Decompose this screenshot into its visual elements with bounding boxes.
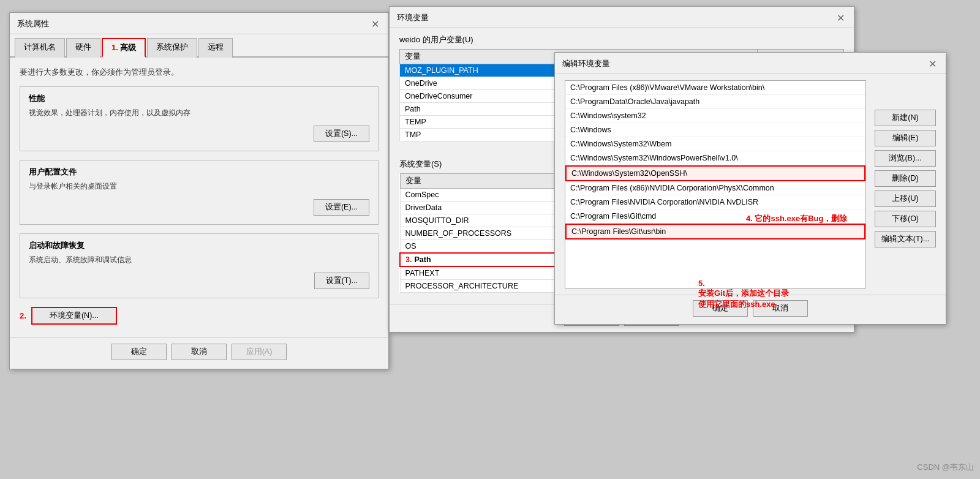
path-item[interactable]: C:\Windows\System32\Wbem bbox=[565, 137, 865, 151]
edit-right-btn[interactable]: 编辑文本(T)... bbox=[875, 231, 936, 247]
performance-title: 性能 bbox=[29, 93, 369, 104]
edit-right-btn[interactable]: 浏览(B)... bbox=[875, 150, 936, 167]
performance-section: 性能 视觉效果，处理器计划，内存使用，以及虚拟内存 设置(S)... bbox=[20, 86, 379, 151]
env-vars-titlebar: 环境变量 ✕ bbox=[390, 7, 854, 28]
edit-right-btn[interactable]: 新建(N) bbox=[875, 110, 936, 126]
env-vars-title: 环境变量 bbox=[397, 12, 429, 23]
env-vars-row: 2. 环境变量(N)... bbox=[20, 307, 379, 325]
tab-remote[interactable]: 远程 bbox=[198, 38, 233, 58]
edit-right-buttons: 新建(N)编辑(E)浏览(B)...删除(D)上移(U)下移(O)编辑文本(T)… bbox=[875, 110, 936, 247]
path-item[interactable]: C:\Program Files\Git\cmd bbox=[565, 209, 865, 224]
startup-recovery-section: 启动和故障恢复 系统启动、系统故障和调试信息 设置(T)... bbox=[20, 233, 379, 298]
apply-button[interactable]: 应用(A) bbox=[232, 344, 287, 360]
path-item[interactable]: C:\ProgramData\Oracle\Java\javapath bbox=[565, 95, 865, 109]
path-item[interactable]: C:\Windows\System32\WindowsPowerShell\v1… bbox=[565, 151, 865, 165]
startup-recovery-desc: 系统启动、系统故障和调试信息 bbox=[29, 255, 369, 265]
env-vars-close-button[interactable]: ✕ bbox=[834, 12, 846, 24]
edit-right-btn[interactable]: 上移(U) bbox=[875, 190, 936, 207]
edit-env-cancel-button[interactable]: 取消 bbox=[753, 300, 808, 317]
tab-advanced[interactable]: 1. 高级 bbox=[102, 38, 146, 58]
system-properties-window: 系统属性 ✕ 计算机名 硬件 1. 高级 系统保护 远程 要进行大多数更改，你必… bbox=[9, 12, 389, 369]
performance-settings-button[interactable]: 设置(S)... bbox=[314, 126, 369, 142]
user-profile-section: 用户配置文件 与登录帐户相关的桌面设置 设置(E)... bbox=[20, 160, 379, 225]
path-item[interactable]: C:\Windows\System32\OpenSSH\ bbox=[565, 165, 865, 181]
path-list[interactable]: C:\Program Files (x86)\VMware\VMware Wor… bbox=[565, 80, 866, 289]
annotation-1: 1. bbox=[111, 43, 118, 52]
path-item[interactable]: C:\Program Files\NVIDIA Corporation\NVID… bbox=[565, 195, 865, 209]
annotation-2: 2. bbox=[20, 311, 26, 320]
edit-env-titlebar: 编辑环境变量 ✕ bbox=[555, 53, 946, 74]
user-profile-title: 用户配置文件 bbox=[29, 167, 369, 178]
user-profile-desc: 与登录帐户相关的桌面设置 bbox=[29, 181, 369, 192]
sys-props-tabs: 计算机名 硬件 1. 高级 系统保护 远程 bbox=[10, 37, 388, 58]
path-item[interactable]: C:\Program Files (x86)\VMware\VMware Wor… bbox=[565, 81, 865, 95]
path-item[interactable]: C:\Program Files\Git\usr\bin bbox=[565, 224, 865, 240]
watermark: CSDN @韦东山 bbox=[917, 462, 974, 473]
user-vars-title: weido 的用户变量(U) bbox=[399, 34, 844, 45]
startup-recovery-settings-button[interactable]: 设置(T)... bbox=[314, 273, 369, 289]
ok-button[interactable]: 确定 bbox=[111, 344, 167, 360]
tab-computername[interactable]: 计算机名 bbox=[15, 38, 65, 58]
tab-system-protection[interactable]: 系统保护 bbox=[147, 38, 197, 58]
path-item[interactable]: C:\Program Files (x86)\NVIDIA Corporatio… bbox=[565, 181, 865, 195]
edit-env-ok-button[interactable]: 确定 bbox=[693, 300, 748, 317]
path-item[interactable]: C:\Windows bbox=[565, 123, 865, 137]
cancel-button[interactable]: 取消 bbox=[172, 344, 227, 360]
edit-right-btn[interactable]: 下移(O) bbox=[875, 211, 936, 227]
edit-env-title: 编辑环境变量 bbox=[562, 58, 610, 69]
sys-props-bottom-buttons: 确定 取消 应用(A) bbox=[10, 337, 388, 369]
edit-env-body: C:\Program Files (x86)\VMware\VMware Wor… bbox=[555, 80, 946, 289]
env-vars-button[interactable]: 环境变量(N)... bbox=[31, 307, 117, 325]
startup-recovery-title: 启动和故障恢复 bbox=[29, 240, 369, 251]
path-item[interactable]: C:\Windows\system32 bbox=[565, 109, 865, 123]
info-text: 要进行大多数更改，你必须作为管理员登录。 bbox=[20, 67, 379, 78]
edit-right-btn[interactable]: 编辑(E) bbox=[875, 130, 936, 146]
edit-env-bottom-buttons: 确定 取消 bbox=[555, 295, 946, 324]
user-profile-settings-button[interactable]: 设置(E)... bbox=[314, 199, 369, 216]
edit-env-close-button[interactable]: ✕ bbox=[926, 58, 938, 70]
sys-props-titlebar: 系统属性 ✕ bbox=[10, 13, 388, 34]
sys-props-title: 系统属性 bbox=[17, 18, 49, 29]
performance-desc: 视觉效果，处理器计划，内存使用，以及虚拟内存 bbox=[29, 108, 369, 118]
edit-right-btn[interactable]: 删除(D) bbox=[875, 170, 936, 187]
tab-hardware[interactable]: 硬件 bbox=[66, 38, 100, 58]
edit-env-window: 编辑环境变量 ✕ C:\Program Files (x86)\VMware\V… bbox=[554, 52, 946, 325]
sys-props-content: 要进行大多数更改，你必须作为管理员登录。 性能 视觉效果，处理器计划，内存使用，… bbox=[10, 58, 388, 337]
sys-props-close-button[interactable]: ✕ bbox=[369, 18, 381, 30]
